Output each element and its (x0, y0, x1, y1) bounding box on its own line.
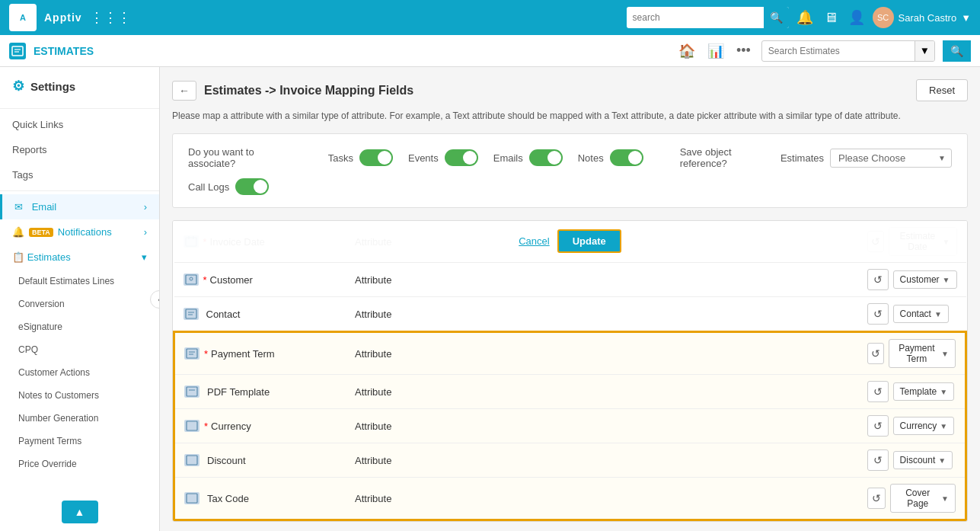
bell-sidebar-icon: 🔔 (12, 226, 24, 238)
page-title: Estimates -> Invoice Mapping Fields (204, 84, 413, 98)
table-row: Discount Attribute ↺ Discount ▼ (174, 443, 966, 478)
estimates-sidebar-label: Estimates (27, 251, 71, 263)
home-icon[interactable]: 🏠 (675, 40, 698, 62)
sidebar-item-conversion[interactable]: Conversion (0, 293, 159, 315)
avatar: SC (873, 7, 894, 28)
bell-icon[interactable]: 🔔 (796, 9, 813, 26)
main-layout: ⚙ Settings Quick Links Reports Tags ✉ Em… (0, 67, 980, 531)
chart-icon[interactable]: 📊 (704, 40, 727, 62)
sidebar: ⚙ Settings Quick Links Reports Tags ✉ Em… (0, 67, 160, 531)
refresh-button-discount[interactable]: ↺ (867, 449, 889, 471)
user-dropdown-icon[interactable]: ▼ (961, 12, 971, 24)
estimates-ref-select[interactable]: Please Choose (830, 149, 952, 168)
emails-toggle[interactable] (529, 149, 563, 166)
sidebar-item-customer-actions[interactable]: Customer Actions (0, 361, 159, 384)
notes-toggle-group: Notes (578, 149, 643, 166)
mapping-table: * Invoice Date Attribute ↺ Estimate Date (173, 221, 967, 521)
sidebar-item-esignature[interactable]: eSignature (0, 315, 159, 338)
mapping-select-contact[interactable]: Contact ▼ (893, 305, 949, 323)
mapping-select-payment-term[interactable]: Payment Term ▼ (889, 339, 956, 368)
save-ref-label: Save object reference? (680, 146, 773, 169)
attribute-cell-contact: Attribute (346, 297, 401, 332)
mapping-select-currency[interactable]: Currency ▼ (893, 417, 955, 435)
svg-rect-15 (187, 387, 197, 396)
currency-icon (184, 420, 200, 432)
more-icon[interactable]: ••• (733, 40, 754, 62)
mapping-select-tax-code[interactable]: Cover Page ▼ (890, 484, 956, 513)
sidebar-item-tags[interactable]: Tags (0, 162, 159, 187)
sidebar-title: Settings (30, 80, 75, 93)
associate-question-label: Do you want to associate? (188, 146, 301, 169)
refresh-button-currency[interactable]: ↺ (867, 415, 889, 437)
save-ref-group: Save object reference? Estimates Please … (680, 146, 952, 169)
right-cells-contact: ↺ Contact ▼ (867, 303, 957, 325)
update-button[interactable]: Update (557, 229, 621, 253)
calllogs-toggle[interactable] (235, 178, 269, 195)
notes-toggle[interactable] (610, 149, 643, 166)
back-button[interactable]: ← (172, 81, 196, 101)
sidebar-item-quicklinks[interactable]: Quick Links (0, 112, 159, 137)
field-label-discount: Discount (207, 455, 246, 466)
mapping-label-contact: Contact (900, 309, 931, 319)
tasks-toggle[interactable] (359, 149, 393, 166)
sidebar-item-notes-to-customers[interactable]: Notes to Customers (0, 384, 159, 407)
user-name: Sarah Castro (899, 12, 957, 24)
svg-rect-9 (186, 309, 196, 318)
field-cell-tax-code: Tax Code (184, 492, 337, 504)
dropdown-arrow: ▼ (940, 422, 947, 430)
dropdown-arrow: ▼ (941, 494, 949, 503)
search-dropdown-button[interactable]: ▼ (915, 40, 934, 62)
global-search[interactable]: 🔍 (627, 7, 789, 28)
sidebar-item-email[interactable]: ✉ Email › (0, 194, 159, 219)
refresh-button-pdf-template[interactable]: ↺ (867, 381, 889, 402)
sidebar-item-cpq[interactable]: CPQ (0, 338, 159, 361)
person-icon[interactable]: 👤 (848, 9, 865, 26)
calllogs-label: Call Logs (188, 181, 229, 193)
search-estimates-input[interactable] (762, 46, 915, 56)
estimates-app-icon (9, 43, 26, 59)
sidebar-item-price-override[interactable]: Price Override (0, 453, 159, 475)
refresh-button-tax-code[interactable]: ↺ (867, 488, 886, 509)
dropdown-arrow: ▼ (943, 276, 950, 284)
mapping-label-customer: Customer (900, 274, 940, 285)
grid-icon[interactable]: ⋮⋮⋮ (90, 9, 131, 26)
refresh-button-payment-term[interactable]: ↺ (867, 343, 884, 364)
refresh-button-customer[interactable]: ↺ (867, 269, 889, 290)
estimates-ref-label: Estimates (780, 152, 824, 164)
events-toggle[interactable] (445, 149, 478, 166)
svg-rect-1 (12, 46, 23, 56)
sidebar-item-number-generation[interactable]: Number Generation (0, 407, 159, 430)
user-menu[interactable]: SC Sarah Castro ▼ (873, 7, 971, 28)
field-label-contact: Contact (206, 309, 241, 320)
attribute-cell-tax-code: Attribute (346, 478, 401, 520)
sidebar-item-estimates[interactable]: 📋 Estimates ▾ (0, 245, 159, 270)
table-row: Contact Attribute ↺ Contact ▼ (174, 297, 966, 332)
search-estimates-bar[interactable]: ▼ (761, 40, 935, 62)
mapping-label-payment-term: Payment Term (895, 343, 938, 364)
table-row: * Payment Term Attribute ↺ Payment Term (174, 332, 966, 375)
field-cell-pdf-template: PDF Template (184, 385, 337, 398)
cancel-button[interactable]: Cancel (519, 229, 549, 253)
global-search-input[interactable] (627, 12, 764, 23)
right-cells-tax-code: ↺ Cover Page ▼ (867, 484, 956, 513)
notes-label: Notes (578, 152, 604, 164)
global-search-button[interactable]: 🔍 (764, 7, 789, 28)
scroll-to-top-button[interactable]: ▲ (62, 501, 98, 523)
mapping-select-discount[interactable]: Discount ▼ (893, 451, 953, 469)
attribute-cell-currency: Attribute (346, 409, 401, 443)
sidebar-item-reports[interactable]: Reports (0, 137, 159, 162)
top-navigation: A Apptivo ⋮⋮⋮ 🔍 🔔 🖥 👤 SC Sarah Castro ▼ (0, 0, 980, 35)
field-cell-payment-term: * Payment Term (184, 347, 337, 360)
sidebar-item-default-lines[interactable]: Default Estimates Lines (0, 270, 159, 293)
sidebar-item-notifications[interactable]: 🔔 BETA Notifications › (0, 219, 159, 245)
mapping-label-cover-page: Cover Page (897, 488, 938, 509)
search-estimates-go-button[interactable]: 🔍 (943, 40, 971, 62)
monitor-icon[interactable]: 🖥 (824, 10, 838, 26)
reset-button[interactable]: Reset (916, 79, 968, 101)
sidebar-item-payment-terms[interactable]: Payment Terms (0, 430, 159, 453)
mapping-select-customer[interactable]: Customer ▼ (893, 270, 957, 289)
refresh-button-contact[interactable]: ↺ (867, 303, 889, 325)
mapping-select-pdf-template[interactable]: Template ▼ (893, 382, 955, 401)
payment-term-icon (184, 347, 200, 360)
nav-icon-group: 🔔 🖥 👤 (796, 9, 865, 26)
